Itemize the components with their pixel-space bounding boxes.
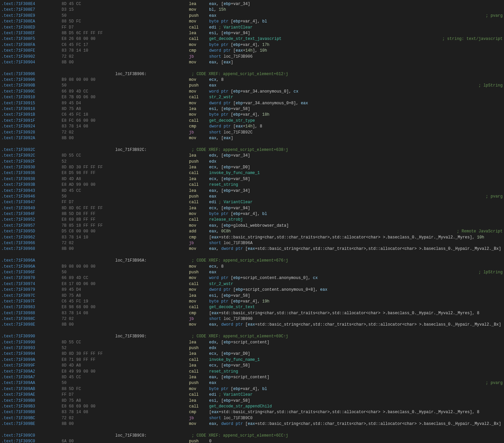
code-line[interactable]: .text:71F30930 8D 8D 30 FF FF FF lea ecx… — [0, 165, 504, 170]
code-line[interactable]: .text:71F3093B E8 AD 99 00 00 call reset… — [0, 182, 504, 188]
code-line[interactable]: .text:71F3091F E8 FC 66 00 00 call get_d… — [0, 118, 504, 124]
code-line[interactable]: .text:71F3096F 50 push eax ; lpString — [0, 270, 504, 275]
code-line[interactable]: .text:71F30943 8D 45 CC lea eax, [ebp+va… — [0, 188, 504, 194]
bytes: 8D 8D 30 FF FF FF — [62, 165, 115, 170]
code-line[interactable]: .text:71F308E7 D3 15 mov bl, 15h — [0, 7, 504, 13]
code-line[interactable]: .text:71F30910 E8 7B 0D 06 00 call str_2… — [0, 95, 504, 100]
code-line[interactable]: .text:71F30947 FF D7 call edi ; VariantC… — [0, 200, 504, 205]
code-line[interactable]: .text:71F3097C 8D 75 A8 lea esi, [ebp+va… — [0, 293, 504, 299]
code-line[interactable]: .text:71F309BE 8B 00 mov eax, dword ptr … — [0, 421, 504, 427]
mnemonic: call — [189, 182, 209, 188]
bytes: E8 69 8B FF FF — [62, 217, 115, 223]
code-line[interactable]: .text:71F3099F 8D 4D A8 lea ecx, [ebp+va… — [0, 363, 504, 369]
code-line[interactable]: .text:71F308FA C6 45 FC 17 mov byte ptr … — [0, 42, 504, 48]
code-line[interactable] — [0, 65, 504, 71]
code-line[interactable]: .text:71F30904 8B 00 mov eax, [eax] — [0, 60, 504, 65]
code-line[interactable]: .text:71F309AE FF D7 call edi ; VariantC… — [0, 392, 504, 398]
code-line[interactable]: .text:71F30957 7B 85 18 FF FF FF mov eax… — [0, 223, 504, 229]
code-line[interactable]: .text:71F308E4 8D 45 CC lea eax, [ebp+va… — [0, 1, 504, 7]
address: .text:71F309BC — [1, 416, 62, 421]
code-line[interactable] — [0, 141, 504, 147]
code-line[interactable]: .text:71F30952 E8 69 8B FF FF call relea… — [0, 217, 504, 223]
code-line[interactable]: .text:71F308EA 88 5D FC mov byte ptr [eb… — [0, 19, 504, 24]
address: .text:71F3096F — [1, 270, 62, 275]
code-line[interactable]: .text:71F3092A 8B 00 mov eax, [eax] — [0, 135, 504, 141]
code-line[interactable]: .text:71F3094F 8B 5D D8 FF FF mov byte p… — [0, 211, 504, 217]
code-line[interactable]: .text:71F3092C 8D 55 CC lea edx, [ebp+va… — [0, 153, 504, 159]
code-line[interactable]: .text:71F308FE 83 78 14 10 cmp dword ptr… — [0, 48, 504, 54]
mnemonic: push — [189, 439, 209, 443]
code-line[interactable]: .text:71F30915 89 45 D4 mov dword ptr [e… — [0, 101, 504, 106]
code-line[interactable]: .text:71F30988 83 78 14 08 cmp [eax+std:… — [0, 311, 504, 316]
bytes: 8D 75 A8 — [62, 106, 115, 112]
code-line[interactable]: .text:71F308EF 8B D5 6C FF FF FF lea esi… — [0, 31, 504, 36]
operands: get_decode_str_appendChild — [209, 404, 503, 409]
code-line[interactable]: .text:71F30949 8D 8D 6C FF FF FF lea ecx… — [0, 206, 504, 211]
code-line[interactable]: .text:71F309C0 6A 00 push 0 — [0, 439, 504, 443]
code-line[interactable]: .text:71F30918 8D 75 A8 lea esi, [ebp+va… — [0, 106, 504, 112]
code-line[interactable]: .text:71F3099A E8 71 98 FF FF call invok… — [0, 357, 504, 363]
code-line[interactable]: .text:71F3098C 72 02 jb short loc_71F3B9… — [0, 316, 504, 322]
code-line[interactable]: .text:71F30968 8B 00 mov eax, dword ptr … — [0, 246, 504, 252]
code-line[interactable]: .text:71F309BC 72 02 jb short loc_71F3B9… — [0, 416, 504, 421]
code-line[interactable]: .text:71F30902 72 02 jb short loc_71F3B9… — [0, 54, 504, 60]
code-line[interactable]: .text:71F3096A loc_71F3B96A: ; CODE XREF… — [0, 258, 504, 264]
address: .text:71F3098C — [1, 316, 62, 322]
code-line[interactable]: .text:71F309B0 8D 75 A8 lea esi, [ebp+va… — [0, 398, 504, 404]
code-line[interactable] — [0, 252, 504, 258]
code-line[interactable]: .text:71F30990 loc_71F3B990: ; CODE XREF… — [0, 334, 504, 339]
code-line[interactable]: .text:71F30974 E8 17 0D 06 00 call str_2… — [0, 281, 504, 287]
code-line[interactable]: .text:71F30983 E8 98 68 00 00 call get_d… — [0, 304, 504, 310]
xref-comment: ; CODE XREF: append_script_element+676↑j — [189, 258, 288, 264]
code-line[interactable]: .text:71F30938 8D 4D A8 lea ecx, [ebp+va… — [0, 176, 504, 182]
code-line[interactable]: .text:71F3091B C6 45 FC 18 mov byte ptr … — [0, 112, 504, 118]
code-line[interactable]: .text:71F30946 50 push eax ; pvarg — [0, 194, 504, 200]
code-line[interactable]: .text:71F30966 72 02 jb short loc_71F3B9… — [0, 240, 504, 246]
code-line[interactable]: .text:71F30906 B9 08 00 00 00 mov ecx, 8 — [0, 77, 504, 83]
code-line[interactable]: .text:71F3098E 8B 00 mov eax, dword ptr … — [0, 322, 504, 328]
code-line[interactable]: .text:71F3097F C6 45 FC 19 mov byte ptr … — [0, 299, 504, 304]
code-line[interactable]: .text:71F3095D D5 C8 00 00 00 add eax, 0… — [0, 229, 504, 234]
code-line[interactable]: .text:71F30928 72 02 jb short loc_71F3B9… — [0, 130, 504, 135]
address: .text:71F3092C — [1, 153, 62, 159]
code-line[interactable]: .text:71F30962 83 78 14 10 cmp [eax+std:… — [0, 235, 504, 240]
code-line[interactable]: .text:71F309AB 88 5D FC mov byte ptr [eb… — [0, 386, 504, 392]
code-line[interactable]: .text:71F3092F 52 push edx — [0, 159, 504, 165]
code-line[interactable]: .text:71F3090C 66 89 4D CC mov word ptr … — [0, 89, 504, 95]
code-line[interactable] — [0, 427, 504, 433]
address: .text:71F3098E — [1, 322, 62, 328]
address: .text:71F30946 — [1, 194, 62, 200]
code-line[interactable]: .text:71F30906 loc_71F3B906: ; CODE XREF… — [0, 71, 504, 77]
code-line[interactable] — [0, 328, 504, 334]
code-line[interactable]: .text:71F309A7 8D 45 CC lea eax, [ebp+sc… — [0, 375, 504, 380]
code-line[interactable]: .text:71F30924 83 78 14 08 cmp dword ptr… — [0, 124, 504, 129]
operands: ecx, 8 — [209, 264, 503, 270]
code-line[interactable]: .text:71F3090B 50 push eax ; lpString — [0, 83, 504, 89]
bytes: 66 89 4D CC — [62, 275, 115, 281]
mnemonic: push — [189, 159, 209, 165]
code-line[interactable]: .text:71F309AA 50 push eax ; pvarg — [0, 380, 504, 386]
code-line[interactable]: .text:71F3092C loc_71F3B92C: ; CODE XREF… — [0, 147, 504, 153]
code-line[interactable]: .text:71F3096A B9 08 00 00 00 mov ecx, 8 — [0, 264, 504, 270]
code-line[interactable]: .text:71F30990 8D 55 CC lea edx, [ebp+sc… — [0, 340, 504, 345]
address: .text:71F30936 — [1, 170, 62, 176]
code-line[interactable]: .text:71F30936 E8 D5 98 FF FF call invok… — [0, 170, 504, 176]
comment: ; pvarg — [478, 13, 503, 19]
operands: eax, dword ptr [eax+std::basic_string<ch… — [209, 246, 503, 252]
code-line[interactable]: .text:71F308E9 50 push eax ; pvarg — [0, 13, 504, 19]
code-line[interactable]: .text:71F30970 66 89 4D CC mov word ptr … — [0, 275, 504, 281]
code-line[interactable]: .text:71F308F5 E8 26 68 00 00 call get_d… — [0, 36, 504, 42]
code-line[interactable]: .text:71F308ED FF D7 call edi ; VariantC… — [0, 25, 504, 31]
code-line[interactable]: .text:71F309A2 E8 49 99 00 00 call reset… — [0, 369, 504, 375]
mnemonic: push — [189, 270, 209, 275]
address: .text:71F30979 — [1, 287, 62, 293]
address: .text:71F309B0 — [1, 398, 62, 404]
code-line[interactable]: .text:71F30994 8D 8D 30 FF FF FF lea ecx… — [0, 351, 504, 357]
mnemonic: cmp — [189, 48, 209, 54]
code-line[interactable]: .text:71F30993 52 push edx — [0, 345, 504, 351]
code-line[interactable]: .text:71F309B8 83 78 14 08 cmp [eax+std:… — [0, 409, 504, 415]
code-line[interactable]: .text:71F309C0 loc_71F3B9C0: ; CODE XREF… — [0, 433, 504, 439]
code-line[interactable]: .text:71F309B3 E8 68 69 00 00 call get_d… — [0, 404, 504, 409]
code-line[interactable]: .text:71F30979 89 45 D4 mov dword ptr [e… — [0, 287, 504, 293]
mnemonic: lea — [189, 375, 209, 380]
